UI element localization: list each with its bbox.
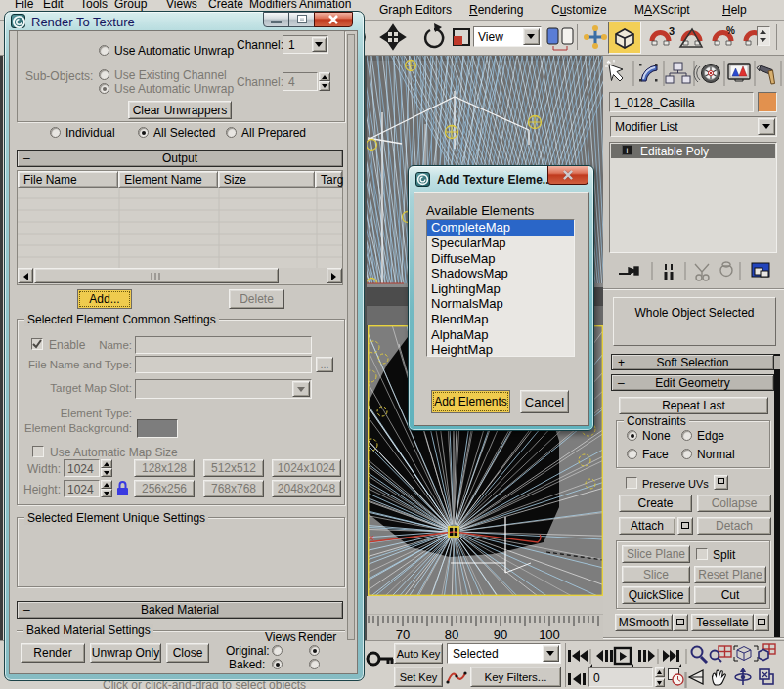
svg-text:70: 70 — [396, 627, 410, 641]
svg-text:%: % — [726, 25, 735, 36]
svg-text:90: 90 — [494, 627, 507, 641]
svg-text:3: 3 — [669, 25, 675, 37]
svg-text:100: 100 — [539, 627, 560, 641]
svg-text:80: 80 — [445, 627, 458, 641]
svg-text:x: x — [370, 533, 374, 542]
